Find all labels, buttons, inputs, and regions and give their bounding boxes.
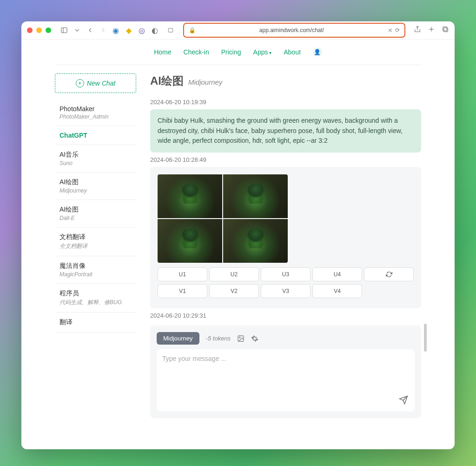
- forward-button[interactable]: [99, 26, 108, 35]
- ext-icon[interactable]: ◎: [138, 26, 146, 34]
- minimize-window-button[interactable]: [36, 27, 42, 33]
- message-input[interactable]: Type your message ...: [157, 349, 415, 412]
- input-area: Midjourney -5 tokens Type your message .…: [150, 326, 421, 418]
- timestamp: 2024-06-20 10:29:31: [150, 312, 421, 319]
- sidebar-toggle-icon[interactable]: [60, 26, 69, 35]
- svg-point-9: [239, 337, 240, 338]
- v2-button[interactable]: V2: [209, 284, 259, 298]
- u1-button[interactable]: U1: [158, 267, 207, 281]
- ext-icon[interactable]: ◆: [125, 26, 133, 34]
- sidebar-item[interactable]: AI绘图Midjourney: [55, 173, 136, 200]
- variation-buttons: V1 V2 V3 V4: [158, 284, 414, 298]
- timestamp: 2024-06-20 10:28:49: [150, 156, 421, 163]
- v1-button[interactable]: V1: [158, 284, 207, 298]
- maximize-window-button[interactable]: [46, 27, 51, 33]
- translate-icon[interactable]: ⤨: [388, 27, 392, 33]
- sidebar-item[interactable]: ChatGPT: [55, 126, 136, 145]
- svg-rect-6: [444, 28, 448, 32]
- generated-image[interactable]: [223, 174, 288, 218]
- svg-rect-2: [168, 28, 172, 32]
- page-title: AI绘图: [150, 73, 184, 88]
- upscale-buttons: U1 U2 U3 U4: [158, 267, 414, 281]
- token-cost: -5 tokens: [206, 335, 231, 342]
- tabs-overview-icon[interactable]: [442, 26, 449, 35]
- back-button[interactable]: [86, 26, 95, 35]
- u3-button[interactable]: U3: [261, 267, 311, 281]
- user-prompt-message: Chibi baby Hulk, smashing the ground wit…: [150, 109, 421, 153]
- generated-image[interactable]: [158, 219, 222, 263]
- sidebar-item[interactable]: AI绘图Dall-E: [55, 200, 136, 227]
- sidebar-item-subtitle: Suno: [60, 160, 132, 166]
- generated-image[interactable]: [158, 174, 222, 218]
- sidebar-item-subtitle: PhotoMaker_Admin: [60, 113, 132, 120]
- result-card: U1 U2 U3 U4 V1 V2 V3 V4: [150, 167, 421, 308]
- sidebar-item-title: 文档翻译: [60, 233, 132, 241]
- ext-icon[interactable]: ◐: [151, 26, 159, 34]
- nav-about[interactable]: About: [284, 48, 301, 56]
- sidebar-item[interactable]: PhotoMakerPhotoMaker_Admin: [55, 100, 136, 126]
- send-button[interactable]: [399, 395, 408, 406]
- sidebar-item-title: AI音乐: [60, 151, 132, 159]
- nav-apps[interactable]: Apps: [253, 48, 272, 56]
- u2-button[interactable]: U2: [209, 267, 259, 281]
- settings-icon[interactable]: [251, 335, 258, 342]
- sidebar-item[interactable]: 翻译: [55, 313, 136, 333]
- image-upload-icon[interactable]: [237, 335, 245, 342]
- sidebar-item[interactable]: 魔法肖像MagicPortrait: [55, 256, 136, 284]
- svg-rect-7: [443, 27, 447, 31]
- lock-icon: 🔒: [189, 27, 196, 33]
- new-tab-icon[interactable]: [428, 26, 435, 35]
- timestamp: 2024-06-20 10:19:39: [150, 99, 421, 106]
- scrollbar[interactable]: [424, 324, 427, 352]
- user-avatar-icon[interactable]: 👤: [313, 47, 322, 57]
- sidebar-item-title: PhotoMaker: [60, 105, 132, 113]
- extension-icons: ◉ ◆ ◎ ◐: [112, 26, 175, 34]
- main-content: AI绘图 Midjourney 2024-06-20 10:19:39 Chib…: [150, 73, 421, 449]
- v3-button[interactable]: V3: [261, 284, 311, 298]
- sidebar-item-title: AI绘图: [60, 178, 132, 186]
- svg-rect-0: [61, 28, 67, 33]
- url-actions: ⤨ ⟳: [388, 27, 400, 33]
- model-chip[interactable]: Midjourney: [157, 332, 199, 345]
- plus-icon: +: [76, 79, 84, 87]
- v4-button[interactable]: V4: [312, 284, 362, 298]
- generated-image[interactable]: [223, 219, 288, 263]
- sidebar-item-title: 程序员: [60, 289, 132, 298]
- sidebar-item-subtitle: Midjourney: [60, 187, 132, 194]
- traffic-lights: [27, 27, 51, 33]
- reload-icon[interactable]: ⟳: [395, 27, 400, 33]
- sidebar-item-title: ChatGPT: [60, 132, 132, 139]
- sidebar-item-subtitle: Dall-E: [60, 215, 132, 221]
- close-window-button[interactable]: [27, 27, 33, 33]
- sidebar-item-title: 翻译: [60, 318, 132, 326]
- sidebar-item[interactable]: 程序员代码生成、解释、修BUG: [55, 284, 136, 313]
- sidebar-item[interactable]: 文档翻译全文档翻译: [55, 227, 136, 256]
- dropdown-chevron-icon[interactable]: [73, 26, 82, 35]
- reroll-button[interactable]: [364, 267, 414, 281]
- sidebar: + New Chat PhotoMakerPhotoMaker_AdminCha…: [55, 73, 136, 449]
- u4-button[interactable]: U4: [312, 267, 362, 281]
- top-nav: Home Check-in Pricing Apps About 👤: [21, 40, 455, 65]
- titlebar: ◉ ◆ ◎ ◐ 🔒 app.aimindwork.com/chat/ ⤨ ⟳: [21, 21, 455, 40]
- browser-window: ◉ ◆ ◎ ◐ 🔒 app.aimindwork.com/chat/ ⤨ ⟳ H…: [21, 21, 455, 449]
- page-subtitle: Midjourney: [188, 78, 222, 86]
- new-chat-label: New Chat: [87, 80, 115, 87]
- reader-icon[interactable]: [166, 26, 175, 34]
- message-placeholder: Type your message ...: [162, 355, 226, 362]
- sidebar-item-title: AI绘图: [60, 206, 132, 214]
- generated-image-grid[interactable]: [158, 174, 288, 263]
- new-chat-button[interactable]: + New Chat: [55, 73, 136, 93]
- url-bar[interactable]: 🔒 app.aimindwork.com/chat/ ⤨ ⟳: [183, 23, 405, 38]
- sidebar-item-subtitle: 全文档翻译: [60, 242, 132, 250]
- url-text: app.aimindwork.com/chat/: [198, 27, 385, 33]
- sidebar-item-subtitle: 代码生成、解释、修BUG: [60, 299, 132, 306]
- nav-home[interactable]: Home: [154, 48, 171, 56]
- sidebar-item[interactable]: AI音乐Suno: [55, 145, 136, 173]
- nav-pricing[interactable]: Pricing: [221, 48, 241, 56]
- ext-icon[interactable]: ◉: [112, 26, 120, 34]
- share-icon[interactable]: [414, 26, 421, 35]
- sidebar-item-title: 魔法肖像: [60, 262, 132, 270]
- sidebar-item-subtitle: MagicPortrait: [60, 271, 132, 278]
- nav-checkin[interactable]: Check-in: [184, 48, 209, 56]
